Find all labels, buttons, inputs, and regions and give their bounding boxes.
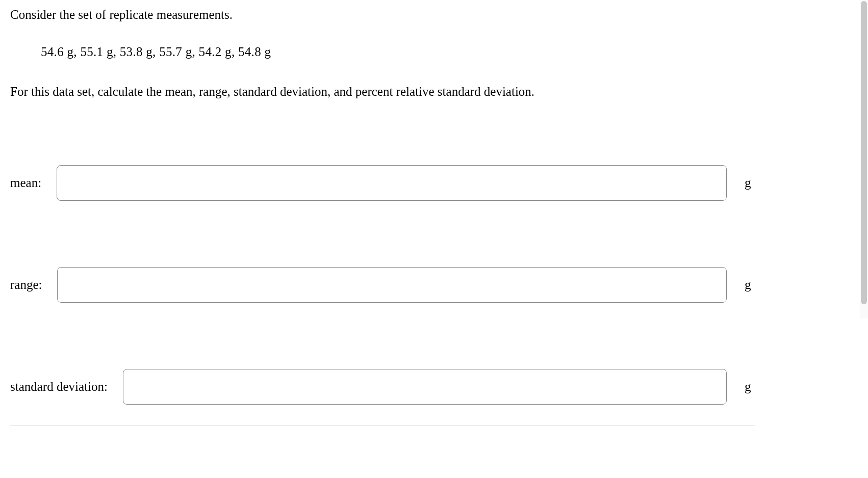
question-container: Consider the set of replicate measuremen… bbox=[10, 5, 755, 426]
question-instruction: For this data set, calculate the mean, r… bbox=[10, 85, 755, 99]
std-dev-input[interactable] bbox=[123, 369, 727, 405]
range-label: range: bbox=[10, 278, 42, 292]
mean-unit: g bbox=[745, 176, 755, 190]
range-input-row: range: g bbox=[10, 267, 755, 303]
std-dev-input-row: standard deviation: g bbox=[10, 369, 755, 405]
data-set-values: 54.6 g, 55.1 g, 53.8 g, 55.7 g, 54.2 g, … bbox=[41, 45, 755, 59]
scrollbar-track[interactable] bbox=[860, 0, 868, 318]
question-intro: Consider the set of replicate measuremen… bbox=[10, 5, 755, 24]
range-input[interactable] bbox=[57, 267, 727, 303]
mean-input[interactable] bbox=[57, 165, 727, 201]
range-unit: g bbox=[745, 278, 755, 292]
mean-label: mean: bbox=[10, 176, 41, 190]
std-dev-label: standard deviation: bbox=[10, 380, 108, 394]
scrollbar-thumb[interactable] bbox=[861, 1, 867, 304]
std-dev-unit: g bbox=[745, 380, 755, 394]
mean-input-row: mean: g bbox=[10, 165, 755, 201]
